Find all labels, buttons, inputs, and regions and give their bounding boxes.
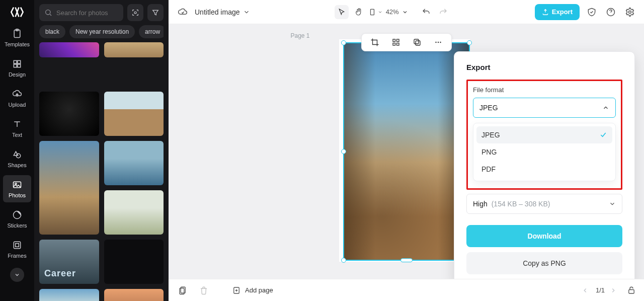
duplicate-tool[interactable] [410,35,424,49]
nav-more-button[interactable] [10,268,24,282]
svg-rect-2 [14,60,17,63]
file-format-label: File format [473,86,616,94]
svg-point-23 [437,42,438,43]
delete-page-button[interactable] [197,283,211,297]
nav-label: Text [12,132,22,138]
app-logo[interactable] [6,3,28,21]
option-label: JPEG [481,131,500,139]
nav-item-templates[interactable]: Templates [3,24,31,51]
document-title[interactable]: Untitled image [195,8,250,16]
design-icon [12,58,23,69]
resize-handle-ne[interactable] [467,40,472,45]
layers-lock-button[interactable] [626,285,637,296]
shield-icon[interactable] [585,5,599,19]
photo-thumb[interactable] [104,190,164,235]
resize-handle-w[interactable] [341,149,346,154]
next-page[interactable] [610,287,619,294]
svg-rect-16 [393,39,395,42]
photo-thumb[interactable] [39,141,99,235]
svg-rect-18 [393,43,395,46]
photo-thumb[interactable] [39,92,99,136]
chevron-down-icon [243,9,250,16]
filter-button[interactable] [147,4,164,21]
nav-item-text[interactable]: Text [3,115,31,142]
svg-point-22 [435,42,436,43]
cloud-sync-icon[interactable] [176,5,190,19]
search-input[interactable] [56,9,118,17]
option-png[interactable]: PNG [476,143,612,161]
page-navigator: 1/1 [582,286,619,294]
nav-label: Photos [9,192,26,198]
file-format-options: JPEG PNG PDF [473,123,616,181]
export-button[interactable]: Export [535,4,580,20]
quality-select[interactable]: High (154 KB – 308 KB) [466,194,622,214]
svg-rect-9 [14,242,20,248]
copy-as-png-button[interactable]: Copy as PNG [466,252,622,274]
option-label: PNG [481,148,497,156]
cursor-tool[interactable] [335,5,349,19]
export-button-label: Export [552,8,573,16]
svg-point-6 [16,154,20,158]
floating-toolbar [361,33,452,51]
export-heading: Export [466,63,622,71]
resize-handle-s[interactable] [400,258,413,262]
workspace[interactable]: Page 1 [169,24,644,279]
image-content [344,43,469,260]
nav-item-shapes[interactable]: Shapes [3,145,31,172]
nav-item-upload[interactable]: Upload [3,85,31,112]
photo-thumb[interactable]: Career [39,240,99,284]
chip-new-year[interactable]: New year resolution [69,25,135,38]
prev-page[interactable] [582,287,591,294]
svg-point-11 [46,10,50,15]
zoom-control[interactable]: 42% [386,8,408,16]
svg-rect-4 [14,64,17,67]
photo-thumb[interactable] [104,289,164,301]
chip-row: black New year resolution arrow [39,25,164,38]
document-title-text: Untitled image [195,8,240,16]
photo-thumb[interactable] [39,289,99,301]
resize-handle-sw[interactable] [341,258,346,263]
chip-arrow[interactable]: arrow [139,25,164,38]
undo-button[interactable] [419,5,433,19]
chip-black[interactable]: black [39,25,65,38]
more-tools[interactable] [431,35,445,49]
search-input-wrap[interactable] [39,4,123,21]
svg-rect-3 [18,60,21,63]
option-jpeg[interactable]: JPEG [476,126,612,143]
pages-panel-button[interactable] [176,283,190,297]
photo-thumb[interactable] [39,42,99,57]
svg-rect-17 [396,39,399,42]
photo-thumb[interactable] [104,92,164,136]
bottom-bar: Add page 1/1 [169,279,644,301]
nav-item-design[interactable]: Design [3,54,31,82]
resize-handle-nw[interactable] [341,40,346,45]
canvas-holder [343,42,470,261]
option-pdf[interactable]: PDF [476,161,612,178]
file-format-select[interactable]: JPEG [473,98,616,118]
svg-rect-20 [416,41,420,45]
svg-rect-10 [16,244,19,247]
crop-tool[interactable] [368,35,382,49]
chevron-up-icon [602,104,609,111]
nav-item-frames[interactable]: Frames [3,236,31,263]
chevron-down-icon [609,200,616,207]
help-icon[interactable] [604,5,618,19]
ai-tools[interactable] [389,35,403,49]
redo-button[interactable] [436,5,450,19]
photo-thumb[interactable] [104,42,164,57]
photo-thumb[interactable] [104,240,164,284]
nav-item-photos[interactable]: Photos [3,175,31,202]
svg-rect-13 [370,9,374,15]
canvas-size-tool[interactable] [369,5,383,19]
download-button[interactable]: Download [466,225,622,247]
hand-tool[interactable] [352,5,366,19]
settings-icon[interactable] [623,5,637,19]
photo-thumb[interactable] [104,141,164,185]
editor-area: Untitled image 42% [169,0,644,301]
selected-image[interactable] [343,42,470,261]
add-page-button[interactable]: Add page [232,283,273,297]
visual-search-button[interactable] [127,4,143,21]
top-bar: Untitled image 42% [169,0,644,24]
nav-item-stickers[interactable]: Stickers [3,205,31,233]
nav-label: Upload [9,102,26,108]
